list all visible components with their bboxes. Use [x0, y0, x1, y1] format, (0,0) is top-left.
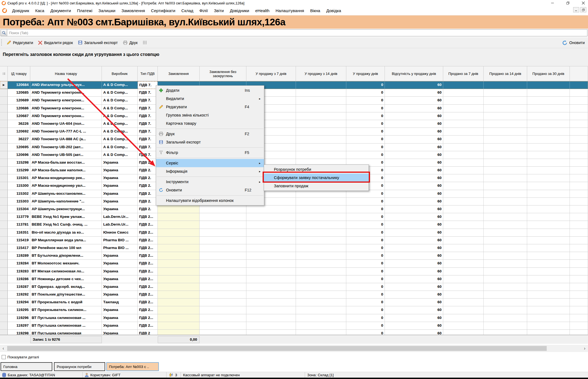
table-cell[interactable]: AND Тонометр UA-888 AC (а...	[30, 136, 102, 143]
table-cell[interactable]: 60	[385, 260, 443, 267]
table-cell[interactable]: BEBE Уход №1 Крем увлаж...	[30, 213, 102, 221]
table-cell[interactable]	[246, 314, 296, 322]
table-row[interactable]: 115303АР Шампунь-наполнение "...УкраинаП…	[0, 198, 588, 205]
table-row[interactable]: 119294ВТ Прорезыватель с водойТаиландПДВ…	[0, 299, 588, 306]
table-cell[interactable]: 120695	[8, 144, 30, 151]
table-cell[interactable]: ПДВ 2...	[138, 314, 158, 322]
table-cell[interactable]: 36227	[8, 136, 30, 143]
table-cell[interactable]: 60	[385, 97, 443, 104]
table-cell[interactable]: ВТ Поильник д/путешестви...	[30, 291, 102, 299]
context-menu-item[interactable]: Видалити▸	[156, 94, 264, 103]
table-cell[interactable]	[0, 237, 8, 244]
table-cell[interactable]	[296, 144, 346, 151]
table-cell[interactable]: 119298	[8, 330, 30, 335]
table-cell[interactable]: 120689	[8, 97, 30, 104]
table-cell[interactable]	[527, 330, 570, 335]
table-cell[interactable]	[570, 244, 588, 252]
table-cell[interactable]: ВТ Прорезыватель силикон...	[30, 306, 102, 314]
table-cell[interactable]: AND Термометр електронн...	[30, 112, 102, 120]
table-cell[interactable]	[296, 252, 346, 260]
table-cell[interactable]	[570, 89, 588, 97]
context-menu-item[interactable]: ДодатиIns	[156, 86, 264, 94]
table-cell[interactable]	[484, 237, 527, 244]
table-cell[interactable]	[484, 105, 527, 112]
table-cell[interactable]: 0	[346, 330, 385, 335]
table-cell[interactable]	[527, 291, 570, 299]
table-cell[interactable]	[246, 221, 296, 229]
table-cell[interactable]	[296, 105, 346, 112]
context-menu-item[interactable]: ДрукF2	[156, 130, 264, 138]
table-cell[interactable]: ▶	[0, 81, 8, 89]
table-cell[interactable]: Украина	[102, 159, 138, 167]
table-cell[interactable]: АР Шампунь-наполнение "...	[30, 198, 102, 205]
header-cell[interactable]: Продано за 30 днів	[527, 66, 570, 81]
menubar-item-11[interactable]: Довідники	[227, 6, 252, 15]
table-row[interactable]: 119287ВТ Однораз. адсорб. вклад...Украин…	[0, 283, 588, 291]
table-cell[interactable]: 119297	[8, 322, 30, 330]
table-row[interactable]: 119283ВТ Мягкая силиконовая ло...Украина…	[0, 268, 588, 275]
menubar-item-2[interactable]: Каса	[32, 6, 47, 15]
table-cell[interactable]	[0, 213, 8, 221]
table-cell[interactable]	[570, 151, 588, 159]
table-cell[interactable]	[443, 330, 484, 335]
table-cell[interactable]	[484, 198, 527, 205]
table-cell[interactable]	[484, 330, 527, 335]
table-cell[interactable]: Украина	[102, 268, 138, 275]
table-cell[interactable]	[484, 268, 527, 275]
table-cell[interactable]: Украина	[102, 330, 138, 335]
table-cell[interactable]	[570, 120, 588, 128]
horizontal-scrollbar[interactable]: ‹ ›	[0, 345, 588, 352]
table-cell[interactable]	[443, 89, 484, 97]
table-cell[interactable]	[296, 237, 346, 244]
table-cell[interactable]: Украина	[102, 291, 138, 299]
table-cell[interactable]: 119284	[8, 260, 30, 267]
table-cell[interactable]	[527, 182, 570, 190]
table-row[interactable]: 119292ВТ Поильник д/путешестви...Украина…	[0, 291, 588, 299]
table-cell[interactable]: AND Тонометр UB-505 (авт...	[30, 151, 102, 159]
table-cell[interactable]: Lab.Derm.Ur...	[102, 221, 138, 229]
table-cell[interactable]: ПДВ 2...	[138, 268, 158, 275]
context-menu-item[interactable]: Групова зміна кількості	[156, 111, 264, 119]
table-cell[interactable]: 60	[385, 81, 443, 89]
table-row[interactable]: 120687AND Термометр електронн...A & D Co…	[0, 112, 588, 120]
table-cell[interactable]: ПДВ 7.	[138, 105, 158, 112]
table-cell[interactable]: AND Термометр електронн...	[30, 97, 102, 104]
table-cell[interactable]	[158, 330, 200, 335]
table-cell[interactable]: ПДВ 2...	[138, 221, 158, 229]
table-cell[interactable]	[484, 306, 527, 314]
table-cell[interactable]	[246, 229, 296, 237]
table-row[interactable]: 119297ВТ Пустышка силиконовая ...Украина…	[0, 322, 588, 330]
table-cell[interactable]: ПДВ 2...	[138, 306, 158, 314]
table-cell[interactable]	[527, 128, 570, 136]
search-icon[interactable]	[1, 29, 7, 36]
table-row[interactable]: 113779BEBE Уход №1 Крем увлаж...Lab.Derm…	[0, 213, 588, 221]
table-cell[interactable]: ПДВ 7.	[138, 81, 158, 89]
table-cell[interactable]	[527, 244, 570, 252]
table-cell[interactable]	[570, 330, 588, 335]
table-cell[interactable]: ПДВ 7.	[138, 136, 158, 143]
table-cell[interactable]	[443, 229, 484, 237]
context-menu-item[interactable]: Інформація▸	[156, 167, 264, 175]
table-cell[interactable]	[158, 260, 200, 267]
table-cell[interactable]	[527, 314, 570, 322]
table-cell[interactable]	[570, 322, 588, 330]
context-menu-item[interactable]: ОновитиF12	[156, 186, 264, 194]
table-cell[interactable]: 60	[385, 330, 443, 335]
toolbar-grip[interactable]	[1, 39, 2, 46]
table-cell[interactable]	[570, 275, 588, 283]
table-cell[interactable]	[443, 151, 484, 159]
table-cell[interactable]	[0, 268, 8, 275]
table-cell[interactable]	[484, 205, 527, 213]
scroll-left-icon[interactable]: ‹	[0, 345, 7, 352]
table-cell[interactable]	[0, 167, 8, 174]
table-cell[interactable]	[158, 299, 200, 306]
table-cell[interactable]	[527, 198, 570, 205]
table-cell[interactable]	[443, 120, 484, 128]
table-cell[interactable]: Украина	[102, 283, 138, 291]
submenu-item[interactable]: Сформувати заявку постачальнику	[264, 174, 369, 182]
delete-row-button[interactable]: Видалити рядок	[36, 39, 75, 47]
table-cell[interactable]: AND Тонометр UA-604 (пол...	[30, 120, 102, 128]
context-menu-item[interactable]: Карточка товару	[156, 119, 264, 128]
table-cell[interactable]	[296, 112, 346, 120]
table-cell[interactable]	[0, 205, 8, 213]
